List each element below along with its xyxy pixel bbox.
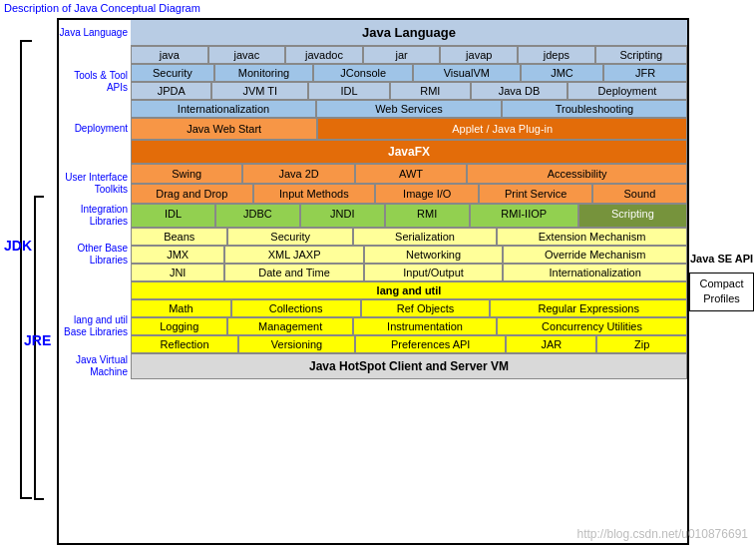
other-beans: Beans <box>131 228 227 246</box>
other-io: Input/Output <box>364 264 504 281</box>
ui-print: Print Service <box>479 184 591 204</box>
java-language-header: Java Language <box>131 20 687 46</box>
ui-label: User Interface Toolkits <box>59 164 131 204</box>
lang-util-header: lang and util <box>131 281 687 299</box>
other-intl: Internationalization <box>503 264 687 281</box>
tool-jdeps: jdeps <box>518 46 595 64</box>
intg-idl: IDL <box>131 204 215 228</box>
title: Description of Java Conceptual Diagram <box>0 0 756 16</box>
watermark: http://blog.csdn.net/u010876691 <box>577 527 748 541</box>
tool-jconsole: JConsole <box>313 64 413 82</box>
lang-logging: Logging <box>131 317 227 335</box>
lang-collections: Collections <box>231 299 361 317</box>
section-java-language: Java Language Java Language <box>59 20 687 46</box>
deploy-applet: Applet / Java Plug-in <box>317 118 687 140</box>
other-jmx: JMX <box>131 246 224 264</box>
tool-jfr: JFR <box>603 64 687 82</box>
tool-troubleshoot: Troubleshooting <box>502 100 687 118</box>
tool-intl: Internationalization <box>131 100 316 118</box>
compact-profiles-label: Compact Profiles <box>689 273 754 311</box>
tool-jpda: JPDA <box>131 82 211 100</box>
other-datetime: Date and Time <box>224 264 364 281</box>
tool-javap: javap <box>440 46 518 64</box>
intg-scripting: Scripting <box>578 204 687 228</box>
tool-java: java <box>131 46 208 64</box>
other-serial: Serialization <box>353 228 497 246</box>
tool-javadb: Java DB <box>471 82 567 100</box>
java-language-label: Java Language <box>59 20 131 46</box>
deploy-webstart: Java Web Start <box>131 118 317 140</box>
center-diagram: Java Language Java Language Tools & Tool… <box>57 18 689 545</box>
ui-sound: Sound <box>592 184 687 204</box>
lang-reflect: Reflection <box>131 335 238 353</box>
ui-input: Input Methods <box>253 184 376 204</box>
jvm-label: Java Virtual Machine <box>59 353 131 379</box>
other-base-label: Other Base Libraries <box>59 228 131 281</box>
lang-zip: Zip <box>596 335 687 353</box>
tool-monitoring: Monitoring <box>214 64 314 82</box>
tool-webservices: Web Services <box>316 100 502 118</box>
jre-label: JRE <box>24 332 51 348</box>
tool-visualvm: VisualVM <box>413 64 521 82</box>
ui-awt: AWT <box>355 164 467 184</box>
tool-idl: IDL <box>308 82 389 100</box>
lang-math: Math <box>131 299 231 317</box>
tool-rmi: RMI <box>390 82 471 100</box>
other-security: Security <box>227 228 352 246</box>
ui-swing: Swing <box>131 164 242 184</box>
integration-label: Integration Libraries <box>59 204 131 228</box>
lang-prefs: Preferences API <box>355 335 507 353</box>
ui-java2d: Java 2D <box>242 164 354 184</box>
tool-javac: javac <box>208 46 286 64</box>
other-net: Networking <box>364 246 504 264</box>
tool-javadoc: javadoc <box>285 46 363 64</box>
other-ext: Extension Mechanism <box>497 228 687 246</box>
tool-jmc: JMC <box>521 64 604 82</box>
intg-rmiiop: RMI-IIOP <box>470 204 578 228</box>
tool-deployment: Deployment <box>567 82 687 100</box>
lang-jar: JAR <box>506 335 596 353</box>
lang-mgmt: Management <box>227 317 352 335</box>
intg-rmi: RMI <box>385 204 470 228</box>
tools-label: Tools & Tool APIs <box>59 46 131 118</box>
other-override: Override Mechanism <box>503 246 687 264</box>
tool-jvmti: JVM TI <box>211 82 308 100</box>
tool-jar: jar <box>363 46 441 64</box>
intg-jdbc: JDBC <box>215 204 300 228</box>
lang-refobj: Ref Objects <box>361 299 491 317</box>
lang-util-label: lang and util Base Libraries <box>59 299 131 353</box>
lang-regex: Regular Expressions <box>490 299 687 317</box>
lang-version: Versioning <box>238 335 355 353</box>
lang-instr: Instrumentation <box>353 317 497 335</box>
ui-dnd: Drag and Drop <box>131 184 253 204</box>
jvm-row: Java HotSpot Client and Server VM <box>131 353 687 379</box>
tool-security: Security <box>131 64 214 82</box>
java-se-api-label: Java SE API <box>690 252 753 266</box>
intg-jndi: JNDI <box>300 204 385 228</box>
ui-imageio: Image I/O <box>375 184 479 204</box>
tool-scripting: Scripting <box>595 46 687 64</box>
lang-concurrent: Concurrency Utilities <box>497 317 687 335</box>
javafx-row: JavaFX <box>131 140 687 164</box>
ui-accessibility: Accessibility <box>467 164 687 184</box>
jdk-label: JDK <box>4 238 32 254</box>
deployment-label: Deployment <box>59 118 131 140</box>
other-jni: JNI <box>131 264 224 281</box>
other-xmljaxp: XML JAXP <box>224 246 364 264</box>
